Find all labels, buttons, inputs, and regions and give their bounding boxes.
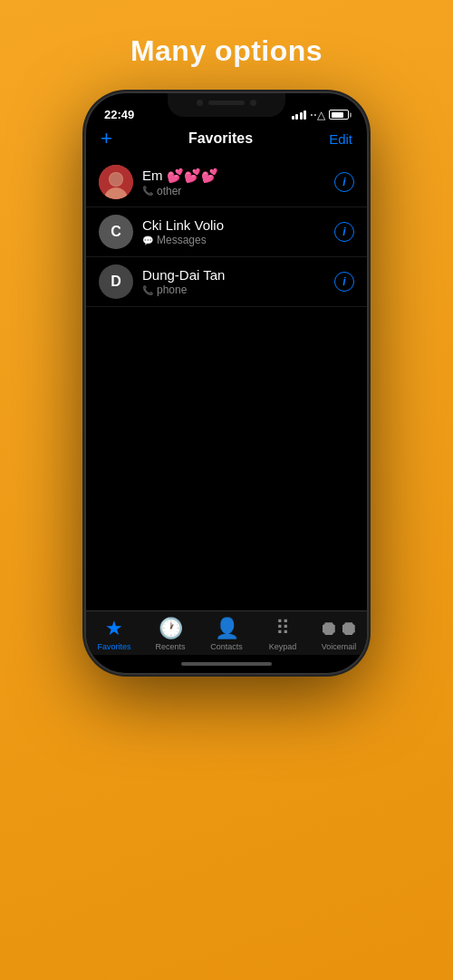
speaker [208, 101, 245, 105]
person-icon: 👤 [215, 617, 239, 640]
tab-contacts[interactable]: 👤 Contacts [204, 617, 249, 651]
message-icon: 💬 [142, 235, 153, 245]
voicemail-icon: ⏺⏺ [319, 617, 359, 640]
contact-sub-label: phone [157, 283, 187, 296]
nav-title: Favorites [112, 130, 329, 147]
contact-sub-label: Messages [157, 234, 207, 246]
phone-icon: 📞 [142, 285, 153, 295]
phone-shell: 22:49 ⋅⋅△ + Favorites Edit [86, 93, 367, 673]
tab-favorites[interactable]: ★ Favorites [92, 617, 137, 651]
tab-voicemail[interactable]: ⏺⏺ Voicemail [316, 617, 361, 651]
list-item[interactable]: C Cki Link Volio 💬 Messages i [86, 207, 367, 257]
tab-keypad[interactable]: ⠿ Keypad [260, 617, 305, 651]
notch-dot-2 [250, 100, 256, 106]
contact-sub-label: other [157, 185, 181, 197]
notch-dot [197, 100, 203, 106]
contact-name: Cki Link Volio [142, 217, 325, 233]
page-heading: Many options [130, 34, 323, 68]
contact-info: Em 💕💕💕 📞 other [142, 168, 325, 197]
contact-info: Dung-Dai Tan 📞 phone [142, 267, 325, 296]
clock-icon: 🕐 [159, 617, 183, 640]
contact-info: Cki Link Volio 💬 Messages [142, 217, 325, 246]
contact-sub: 📞 other [142, 185, 325, 197]
contact-name: Em 💕💕💕 [142, 168, 325, 184]
contact-sub: 📞 phone [142, 283, 325, 296]
avatar: D [99, 264, 133, 299]
favorites-list: Em 💕💕💕 📞 other i C Cki Link Volio 💬 Mess… [86, 158, 367, 610]
nav-bar: + Favorites Edit [86, 123, 367, 158]
tab-keypad-label: Keypad [269, 642, 297, 651]
edit-button[interactable]: Edit [329, 131, 352, 147]
contact-sub: 💬 Messages [142, 234, 325, 246]
avatar-image [99, 165, 133, 199]
status-time: 22:49 [104, 108, 134, 121]
info-button[interactable]: i [334, 222, 354, 242]
tab-recents-label: Recents [155, 642, 185, 651]
info-button[interactable]: i [334, 272, 354, 292]
list-item[interactable]: D Dung-Dai Tan 📞 phone i [86, 257, 367, 307]
tab-contacts-label: Contacts [210, 642, 243, 651]
info-button[interactable]: i [334, 172, 354, 192]
contact-name: Dung-Dai Tan [142, 267, 325, 283]
grid-icon: ⠿ [275, 617, 290, 640]
home-indicator [86, 655, 367, 673]
star-icon: ★ [105, 617, 123, 640]
tab-bar: ★ Favorites 🕐 Recents 👤 Contacts ⠿ Keypa… [86, 610, 367, 655]
screen: 22:49 ⋅⋅△ + Favorites Edit [86, 93, 367, 673]
avatar: C [99, 215, 133, 249]
add-favorite-button[interactable]: + [101, 127, 112, 150]
tab-recents[interactable]: 🕐 Recents [148, 617, 193, 651]
avatar [99, 165, 133, 199]
tab-voicemail-label: Voicemail [322, 642, 357, 651]
phone-icon: 📞 [142, 186, 153, 196]
list-item[interactable]: Em 💕💕💕 📞 other i [86, 158, 367, 207]
signal-icon [292, 110, 307, 120]
wifi-icon: ⋅⋅△ [310, 109, 325, 121]
tab-favorites-label: Favorites [97, 642, 130, 651]
status-icons: ⋅⋅△ [292, 109, 350, 121]
svg-point-3 [110, 173, 122, 186]
battery-icon [329, 110, 349, 120]
notch [168, 93, 285, 117]
home-bar [181, 662, 272, 666]
